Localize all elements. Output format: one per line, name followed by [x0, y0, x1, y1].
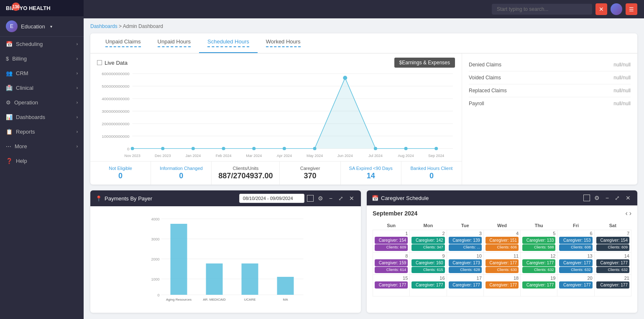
scheduling-icon: 📅 [6, 41, 13, 47]
sidebar-item-help[interactable]: ❓ Help [0, 154, 84, 168]
chart-svg: 600000000000 500000000000 400000000000 3… [97, 69, 455, 161]
chevron-icon: › [77, 115, 78, 119]
cal-cell[interactable]: 4 Caregiver: 151 Clients: 606 [483, 230, 520, 253]
sidebar-item-more[interactable]: ⋯ More › [0, 139, 84, 154]
cal-cell[interactable]: 6 Caregiver: 153 Clients: 608 [557, 230, 594, 253]
earnings-button[interactable]: $Earnings & Expenses [394, 58, 455, 68]
tab-scheduled-hours[interactable]: Scheduled Hours [199, 33, 258, 53]
voided-claims-row: Voided Claims null/null [469, 71, 631, 84]
minimize-button[interactable]: − [604, 194, 611, 202]
payroll-value: null/null [613, 101, 631, 106]
sidebar-item-operation[interactable]: ⚙ Operation › [0, 95, 84, 110]
cal-cell[interactable]: 18 Caregiver: 177 [483, 275, 520, 296]
settings-button[interactable]: ⚙ [593, 194, 601, 202]
chart-point [222, 147, 225, 150]
cal-cell[interactable]: 8 Caregiver: 159 Clients: 614 [373, 252, 410, 275]
cal-cell[interactable]: 16 Caregiver: 177 [410, 275, 447, 296]
svg-text:1000: 1000 [151, 277, 159, 281]
sidebar-item-dashboards[interactable]: 📊 Dashboards › [0, 110, 84, 124]
svg-text:Jan 2024: Jan 2024 [186, 154, 201, 158]
cal-cell[interactable]: 7 Caregiver: 154 Clients: 609 [594, 230, 631, 253]
color-swatch[interactable] [583, 195, 590, 201]
not-eligible-label[interactable]: Not Eligible [97, 166, 144, 171]
cal-cell[interactable]: 3 Caregiver: 139 Clients: ... [447, 230, 483, 253]
payroll-label: Payroll [469, 101, 484, 106]
day-sun: Sun [373, 221, 410, 230]
not-eligible-value: 0 [97, 172, 144, 180]
prev-month-button[interactable]: ‹ [625, 210, 627, 217]
billing-icon: $ [6, 56, 9, 62]
cal-cell[interactable]: 5 Caregiver: 133 Clients: 588 [521, 230, 557, 253]
svg-text:Jul 2024: Jul 2024 [368, 154, 383, 158]
close-button[interactable]: ✕ [348, 194, 356, 203]
cal-cell[interactable]: 11 Caregiver: 177 Clients: 630 [483, 252, 520, 275]
banked-hours-label[interactable]: Banked Hours Client [408, 166, 455, 171]
sidebar-item-reports[interactable]: 📋 Reports › [0, 124, 84, 139]
close-button[interactable]: ✕ [624, 194, 632, 202]
cal-cell[interactable]: 10 Caregiver: 173 Clients: 628 [447, 252, 483, 275]
close-button[interactable]: ✕ [595, 3, 607, 15]
sa-expired-label[interactable]: SA Expired <90 Days [348, 166, 394, 171]
bar-aging-resources [171, 224, 187, 295]
svg-text:0: 0 [127, 147, 130, 151]
sidebar-item-crm[interactable]: 👥 CRM › [0, 66, 84, 81]
day-thu: Thu [521, 221, 557, 230]
stat-caregiver: Caregiver 370 [280, 162, 340, 185]
color-swatch[interactable] [307, 195, 314, 202]
cal-cell[interactable]: 15 Caregiver: 177 [373, 275, 410, 296]
clinical-icon: 🏥 [6, 85, 13, 91]
caregiver-header: 📅 Caregiver Schedule ⚙ − ⤢ ✕ [367, 190, 637, 205]
tab-unpaid-claims[interactable]: Unpaid Claims [97, 33, 149, 53]
user-avatar[interactable] [611, 3, 622, 15]
chart-point-peak [343, 76, 347, 80]
voided-claims-value: null/null [613, 75, 631, 81]
svg-text:Aug 2024: Aug 2024 [398, 154, 414, 158]
app-logo: BILLIYO HEALTH 136 [0, 0, 84, 16]
cal-cell[interactable]: 19 Caregiver: 177 [521, 275, 557, 296]
cal-cell[interactable]: 12 Caregiver: 177 Clients: 632 [521, 252, 557, 275]
svg-text:500000000000: 500000000000 [102, 84, 130, 89]
denied-claims-value: null/null [613, 62, 631, 68]
breadcrumb-separator: > [119, 23, 122, 29]
cal-cell[interactable]: 9 Caregiver: 160 Clients: 615 [410, 252, 447, 275]
svg-text:Apr 2024: Apr 2024 [277, 154, 292, 158]
chevron-icon: › [77, 71, 78, 76]
cal-cell[interactable]: 17 Caregiver: 177 [447, 275, 483, 296]
reports-icon: 📋 [6, 129, 13, 135]
expand-button[interactable]: ⤢ [337, 194, 345, 203]
minimize-button[interactable]: − [327, 194, 334, 203]
replaced-claims-label: Replaced Claims [469, 88, 507, 94]
calendar-month: September 2024 ‹ › [373, 210, 631, 217]
settings-button[interactable]: ⚙ [316, 194, 325, 203]
expand-button[interactable]: ⤢ [613, 194, 621, 202]
cal-cell[interactable]: 20 Caregiver: 177 [557, 275, 594, 296]
tab-worked-hours[interactable]: Worked Hours [258, 33, 309, 53]
svg-text:200000000000: 200000000000 [102, 122, 130, 126]
sidebar-item-clinical[interactable]: 🏥 Clinical › [0, 81, 84, 95]
more-icon: ⋯ [6, 143, 11, 149]
line-chart: 600000000000 500000000000 400000000000 3… [90, 69, 462, 161]
table-row: 1 Caregiver: 154 Clients: 609 2 Caregive… [373, 230, 631, 253]
dashboard-tabs: Unpaid Claims Unpaid Hours Scheduled Hou… [90, 33, 637, 53]
clients-units-label: Clients/Units [218, 166, 273, 171]
sidebar-item-billing[interactable]: $ Billing › [0, 51, 84, 66]
voided-claims-label: Voided Claims [469, 75, 501, 81]
cal-cell[interactable]: 2 Caregiver: 142 Clients: 347 [410, 230, 447, 253]
cal-cell[interactable]: 1 Caregiver: 154 Clients: 609 [373, 230, 410, 253]
cal-cell[interactable]: 21 Caregiver: 177 [594, 275, 631, 296]
replaced-claims-row: Replaced Claims null/null [469, 84, 631, 97]
search-input[interactable] [492, 4, 592, 15]
cal-cell[interactable]: 14 Caregiver: 177 Clients: 632 [594, 252, 631, 275]
chart-point [131, 147, 134, 150]
cal-cell[interactable]: 13 Caregiver: 177 Clients: 632 [557, 252, 594, 275]
date-range-input[interactable] [239, 194, 304, 203]
breadcrumb-parent[interactable]: Dashboards [90, 23, 118, 29]
sidebar-user[interactable]: E Education ▾ [0, 16, 84, 37]
svg-text:UCARE: UCARE [244, 298, 256, 301]
next-month-button[interactable]: › [629, 210, 631, 217]
side-stats-section: Denied Claims null/null Voided Claims nu… [462, 53, 637, 185]
info-changed-label[interactable]: Information Changed [158, 166, 204, 171]
menu-button[interactable]: ☰ [626, 3, 637, 15]
tab-unpaid-hours[interactable]: Unpaid Hours [149, 33, 199, 53]
sidebar-item-scheduling[interactable]: 📅 Scheduling › [0, 37, 84, 51]
